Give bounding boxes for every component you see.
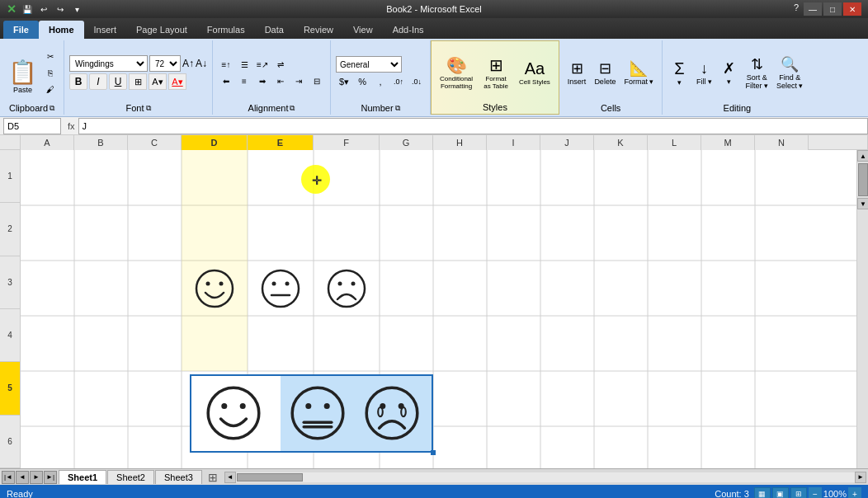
copy-button[interactable]: ⎘ <box>42 65 59 80</box>
italic-button[interactable]: I <box>89 73 107 90</box>
cell-D3[interactable] <box>182 261 248 316</box>
scroll-down-btn[interactable]: ▼ <box>857 198 868 209</box>
scroll-up-btn[interactable]: ▲ <box>857 150 868 162</box>
qat-more[interactable]: ▾ <box>69 2 84 16</box>
col-header-B[interactable]: B <box>74 135 128 150</box>
new-sheet-button[interactable]: ⊞ <box>203 471 223 484</box>
border-btn[interactable]: ⊞ <box>129 73 147 90</box>
cell-F3[interactable] <box>314 261 380 316</box>
hscroll-track[interactable] <box>236 472 855 482</box>
nav-first-sheet[interactable]: |◄ <box>2 471 15 484</box>
wrap-text-btn[interactable]: ⇌ <box>272 57 289 72</box>
grid-area[interactable]: ✛ <box>21 150 868 468</box>
page-break-view-btn[interactable]: ⊞ <box>790 487 807 498</box>
font-color-btn[interactable]: A▾ <box>168 73 186 90</box>
sheet-nav-arrows[interactable]: |◄ ◄ ► ►| <box>0 471 59 484</box>
minimize-btn[interactable]: — <box>804 2 822 16</box>
horizontal-scrollbar[interactable]: ◄ ► <box>224 471 866 484</box>
align-top-left-btn[interactable]: ≡↑ <box>218 57 234 72</box>
col-header-C[interactable]: C <box>128 135 182 150</box>
insert-cells-button[interactable]: ⊞ Insert <box>564 50 590 96</box>
close-btn[interactable]: ✕ <box>843 2 861 16</box>
align-center-btn[interactable]: ≡ <box>236 73 252 88</box>
row-num-5[interactable]: 5 <box>0 362 20 415</box>
font-size-select[interactable]: 72 <box>149 55 181 72</box>
sort-filter-button[interactable]: ⇅ Sort &Filter ▾ <box>742 50 771 96</box>
tab-view[interactable]: View <box>343 21 383 39</box>
qat-save[interactable]: 💾 <box>20 2 35 16</box>
col-header-H[interactable]: H <box>433 135 487 150</box>
col-header-D[interactable]: D <box>182 135 248 150</box>
col-header-E[interactable]: E <box>248 135 314 150</box>
col-header-J[interactable]: J <box>540 135 594 150</box>
scroll-thumb[interactable] <box>858 163 868 196</box>
tab-insert[interactable]: Insert <box>84 21 127 39</box>
align-top-center-btn[interactable]: ☰ <box>236 57 252 72</box>
cut-button[interactable]: ✂ <box>42 49 59 63</box>
format-as-table-button[interactable]: ⊞ Formatas Table <box>479 50 512 96</box>
sheet-tab-1[interactable]: Sheet1 <box>59 470 106 484</box>
cell-E5[interactable] <box>281 376 355 450</box>
indent-inc-btn[interactable]: ⇥ <box>290 73 307 88</box>
cell-D5[interactable] <box>194 376 272 450</box>
underline-button[interactable]: U <box>109 73 127 90</box>
tab-formulas[interactable]: Formulas <box>197 21 255 39</box>
window-controls[interactable]: ? — □ ✕ <box>794 2 861 16</box>
scroll-track[interactable] <box>857 163 868 196</box>
paste-button[interactable]: 📋 Paste <box>5 55 40 96</box>
col-header-A[interactable]: A <box>21 135 74 150</box>
align-top-right-btn[interactable]: ≡↗ <box>254 57 271 72</box>
decimal-inc-btn[interactable]: .0↑ <box>390 74 407 89</box>
col-header-M[interactable]: M <box>701 135 755 150</box>
sheet-tab-2[interactable]: Sheet2 <box>107 470 154 484</box>
cell-styles-button[interactable]: Aa Cell Styles <box>516 50 554 96</box>
nav-next-sheet[interactable]: ► <box>30 471 43 484</box>
hscroll-right-btn[interactable]: ► <box>855 472 866 483</box>
col-header-N[interactable]: N <box>755 135 809 150</box>
cell-F5[interactable] <box>351 376 433 450</box>
help-btn[interactable]: ? <box>794 2 799 16</box>
alignment-expander[interactable]: ⧉ <box>290 104 295 113</box>
fill-button[interactable]: ↓ Fill ▾ <box>692 50 715 96</box>
row-num-2[interactable]: 2 <box>0 203 20 256</box>
normal-view-btn[interactable]: ▦ <box>754 487 771 498</box>
indent-dec-btn[interactable]: ⇤ <box>272 73 289 88</box>
cell-reference-box[interactable] <box>3 118 61 134</box>
row-num-6[interactable]: 6 <box>0 416 20 468</box>
format-cells-button[interactable]: 📐 Format ▾ <box>620 50 657 96</box>
bold-button[interactable]: B <box>69 73 87 90</box>
zoom-in-btn[interactable]: + <box>848 487 861 498</box>
col-header-G[interactable]: G <box>380 135 433 150</box>
tab-review[interactable]: Review <box>294 21 343 39</box>
row-num-3[interactable]: 3 <box>0 256 20 309</box>
decimal-dec-btn[interactable]: .0↓ <box>408 74 425 89</box>
align-left-btn[interactable]: ⬅ <box>218 73 234 88</box>
col-header-L[interactable]: L <box>648 135 701 150</box>
maximize-btn[interactable]: □ <box>823 2 842 16</box>
find-select-button[interactable]: 🔍 Find &Select ▾ <box>773 50 807 96</box>
hscroll-thumb[interactable] <box>237 473 303 482</box>
row-num-1[interactable]: 1 <box>0 150 20 203</box>
font-shrink-btn[interactable]: A↓ <box>196 58 207 69</box>
col-header-K[interactable]: K <box>594 135 648 150</box>
page-layout-view-btn[interactable]: ▣ <box>772 487 789 498</box>
row-num-4[interactable]: 4 <box>0 309 20 362</box>
format-painter-button[interactable]: 🖌 <box>42 82 59 96</box>
number-format-select[interactable]: General <box>336 56 402 73</box>
font-expander[interactable]: ⧉ <box>146 104 151 113</box>
tab-home[interactable]: Home <box>39 21 84 39</box>
cell-E3[interactable] <box>248 261 314 316</box>
currency-btn[interactable]: $▾ <box>336 74 352 89</box>
comma-btn[interactable]: , <box>372 74 389 89</box>
autosum-button[interactable]: Σ ▾ <box>668 50 691 96</box>
nav-last-sheet[interactable]: ►| <box>44 471 57 484</box>
tab-file[interactable]: File <box>3 21 39 39</box>
zoom-out-btn[interactable]: − <box>809 487 822 498</box>
delete-cells-button[interactable]: ⊟ Delete <box>591 50 619 96</box>
sheet-tab-3[interactable]: Sheet3 <box>155 470 202 484</box>
tab-add-ins[interactable]: Add-Ins <box>383 21 434 39</box>
tab-page-layout[interactable]: Page Layout <box>126 21 197 39</box>
merge-center-btn[interactable]: ⊟ <box>309 73 325 88</box>
nav-prev-sheet[interactable]: ◄ <box>16 471 29 484</box>
vertical-scrollbar[interactable]: ▲ ▼ <box>856 150 868 468</box>
